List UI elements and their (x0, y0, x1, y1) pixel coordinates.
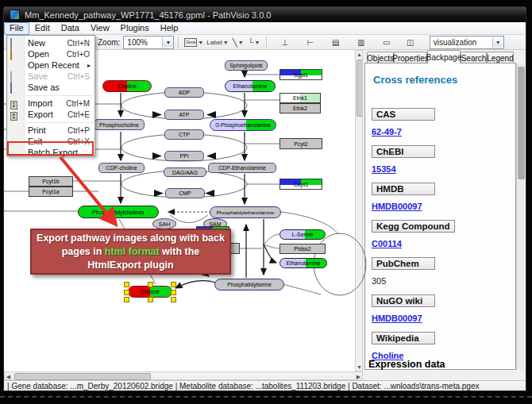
align-center-y-icon: ⊢ (306, 38, 314, 47)
node-sphingolipids[interactable]: Sphingolipids (225, 60, 268, 71)
node-atp[interactable]: ATP (164, 110, 204, 120)
node-o-phosphoethanolamine[interactable]: O-Phosphoethanolamine (210, 119, 276, 131)
align-center-y-button[interactable]: ⊢ (303, 37, 318, 48)
node-l-serine[interactable]: L-Serine (279, 229, 326, 240)
scrollbar-thumb[interactable] (518, 67, 525, 179)
selection-handle[interactable] (148, 297, 153, 302)
tab-search[interactable]: Search (461, 52, 487, 63)
scroll-down-icon[interactable]: ▼ (356, 364, 363, 371)
selection-handle[interactable] (148, 282, 153, 287)
xref-header-nugo: NuGO wiki (372, 294, 435, 307)
selection-handle[interactable] (124, 290, 129, 295)
scroll-right-icon[interactable]: ▶ (355, 373, 362, 380)
node-phosphatidylserine[interactable]: Phosphatidylserine (214, 279, 284, 290)
stack-horizontal-button[interactable]: ▥ (353, 37, 369, 48)
title-bar[interactable]: Mm_Kennedy_pathway_WP1771_45176.gpml - P… (4, 7, 526, 22)
file-menu-open[interactable]: OpenCtrl+O (7, 48, 94, 60)
node-ctp[interactable]: CTP (164, 129, 204, 140)
xref-link-hmdb[interactable]: HMDB00097 (372, 202, 422, 211)
visualization-combobox[interactable]: visualization ▼ (430, 36, 504, 49)
canvas-horizontal-scrollbar[interactable]: ◀ ▶ (4, 371, 363, 380)
align-center-x-button[interactable]: ⊥ (277, 37, 293, 48)
xref-link-cas[interactable]: 62-49-7 (372, 127, 402, 137)
node-sah[interactable]: SAH (152, 218, 176, 229)
pathvisio-app-icon (10, 10, 20, 20)
menu-plugins[interactable]: Plugins (115, 22, 155, 35)
menu-help[interactable]: Help (155, 22, 184, 35)
export-icon: ↥ (10, 110, 20, 119)
node-ethanolamine-bottom[interactable]: Ethanolamine (279, 258, 327, 268)
menu-file[interactable]: File (4, 22, 29, 35)
file-menu-save-as[interactable]: Save as (7, 82, 94, 93)
open-folder-icon (10, 50, 20, 59)
tab-backpage[interactable]: Backpage (427, 50, 461, 63)
zoom-label: Zoom: (98, 38, 120, 47)
node-cdp-ethanolamine[interactable]: CDP-Ethanolamine (208, 163, 276, 173)
node-phosphatidylcholines[interactable]: Phosphatidylcholines (78, 206, 159, 218)
menu-view[interactable]: View (85, 22, 115, 35)
common-height-button[interactable]: ◫ (403, 37, 418, 48)
tab-legend[interactable]: Legend (487, 52, 514, 63)
common-width-button[interactable]: ▭ (379, 37, 395, 48)
selection-handle[interactable] (124, 297, 129, 302)
node-phosphatidylethanolamine[interactable]: Phosphatidylethanolamine (210, 206, 281, 218)
status-bar: | Gene database: ...m_Derby_20120602.bri… (4, 380, 526, 391)
xref-link-chebi[interactable]: 15354 (372, 164, 396, 174)
scrollbar-thumb[interactable] (14, 373, 151, 380)
align-center-x-icon: ⊥ (281, 38, 288, 47)
line-tool-button[interactable]: ╲ ▼ (230, 37, 246, 48)
node-phosphocholine[interactable]: Phosphocholine (94, 119, 145, 130)
expression-data-heading: Expression data (368, 359, 445, 370)
selection-handle[interactable] (171, 297, 176, 302)
node-gene-etnk2[interactable]: Etnk2 (279, 103, 321, 114)
file-menu-print[interactable]: PrintCtrl+P (7, 125, 94, 136)
tab-objects[interactable]: Objects (367, 52, 394, 63)
xref-link-kegg[interactable]: C00114 (372, 239, 402, 248)
node-choline-bottom-selected[interactable]: Choline (128, 286, 172, 298)
chevron-down-icon: ▼ (198, 40, 203, 45)
node-gene-pcyt2[interactable]: Pcyt2 (279, 138, 322, 149)
sidebar-scrollbar[interactable] (516, 63, 524, 370)
new-gene-tool-button[interactable]: Gene ▼ (183, 37, 205, 48)
file-menu-open-recent[interactable]: Open Recent ▸ (7, 60, 94, 71)
zoom-combobox[interactable]: 100% ▼ (123, 36, 174, 49)
node-gene-pcyt1b[interactable]: Pcyt1b (29, 176, 73, 187)
file-menu-import[interactable]: ↧ ImportCtrl+M (7, 98, 94, 109)
node-gene-etnk1[interactable]: Etnk1 (279, 93, 321, 103)
status-text: | Gene database: ...m_Derby_20120602.bri… (7, 382, 479, 391)
menu-data[interactable]: Data (56, 22, 85, 35)
file-menu-dropdown: NewCtrl+N OpenCtrl+O Open Recent ▸ SaveC… (6, 35, 95, 156)
node-gene-sgpl1[interactable]: Sgpl1 (279, 69, 322, 80)
node-gene-ptdss2[interactable]: Ptdss2 (279, 244, 326, 254)
new-label-tool-button[interactable]: Label ▼ (205, 37, 230, 48)
node-cmp[interactable]: CMP (165, 188, 205, 198)
chevron-down-icon[interactable]: ▼ (162, 37, 173, 48)
stack-vertical-button[interactable]: ▤ (328, 37, 344, 48)
menu-edit[interactable]: Edit (29, 22, 56, 35)
xref-link-nugo[interactable]: HMDB00097 (372, 314, 422, 323)
node-cdp-choline[interactable]: CDP-choline (98, 163, 145, 173)
node-choline-top[interactable]: Choline (102, 80, 152, 92)
node-ppi[interactable]: PPi (164, 151, 204, 161)
chevron-down-icon[interactable]: ▼ (492, 37, 503, 48)
node-adp[interactable]: ADP (164, 87, 204, 98)
connector-tool-button[interactable]: └ ▼ (246, 37, 262, 48)
tab-properties[interactable]: Properties (394, 52, 427, 63)
xref-header-kegg: Kegg Compound (372, 220, 455, 233)
selection-handle[interactable] (124, 282, 129, 287)
scroll-left-icon[interactable]: ◀ (5, 373, 12, 380)
stack-horizontal-icon: ▥ (357, 38, 364, 47)
selection-handle[interactable] (171, 282, 176, 287)
new-file-icon (10, 39, 20, 48)
selection-handle[interactable] (171, 290, 176, 295)
xref-header-pubchem: PubChem (372, 257, 435, 270)
file-menu-save[interactable]: SaveCtrl+S (7, 71, 94, 82)
node-ethanolamine-top[interactable]: Ethanolamine (225, 80, 276, 92)
node-gene-cept1[interactable]: Cept1 (279, 179, 322, 190)
canvas-vertical-scrollbar[interactable]: ▲ ▼ (355, 50, 363, 371)
file-menu-export[interactable]: ↥ ExportCtrl+E (7, 109, 94, 120)
node-dag[interactable]: DAG/AAG (164, 167, 206, 177)
scroll-up-icon[interactable]: ▲ (356, 51, 363, 58)
node-gene-pcyt1a[interactable]: Pcyt1a (29, 187, 73, 197)
file-menu-new[interactable]: NewCtrl+N (7, 37, 94, 48)
